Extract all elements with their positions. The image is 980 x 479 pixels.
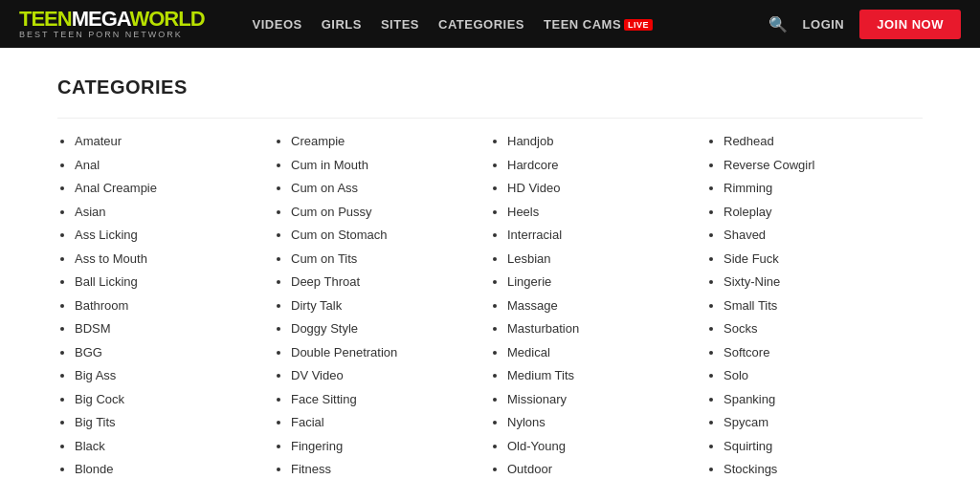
nav-girls[interactable]: GIRLS — [322, 17, 362, 32]
nav-categories[interactable]: CATEGORIES — [438, 17, 524, 32]
category-link[interactable]: Big Cock — [75, 392, 124, 406]
category-link[interactable]: Face Sitting — [291, 392, 357, 406]
category-link[interactable]: Lingerie — [507, 274, 551, 289]
category-link[interactable]: Interracial — [507, 228, 562, 242]
nav-teen-cams[interactable]: TEEN CAMSLIVE — [544, 17, 653, 32]
category-link[interactable]: Roleplay — [724, 205, 772, 219]
category-link[interactable]: HD Video — [507, 181, 560, 195]
category-link[interactable]: Bathroom — [75, 298, 128, 313]
list-item: Creampie — [291, 132, 490, 151]
category-link[interactable]: Cum on Tits — [291, 251, 357, 266]
category-link[interactable]: BDSM — [75, 321, 111, 336]
category-column-3: RedheadReverse CowgirlRimmingRoleplaySha… — [706, 132, 923, 479]
nav-sites[interactable]: SITES — [381, 17, 419, 32]
search-icon[interactable]: 🔍 — [768, 15, 788, 33]
login-button[interactable]: LOGIN — [803, 17, 845, 32]
list-item: Missionary — [507, 390, 706, 409]
category-column-1: CreampieCum in MouthCum on AssCum on Pus… — [274, 132, 490, 479]
category-link[interactable]: Stockings — [724, 462, 777, 476]
list-item: Asian — [75, 203, 274, 222]
category-link[interactable]: Squirting — [724, 439, 772, 453]
list-item: Lingerie — [507, 272, 706, 292]
category-link[interactable]: Shaved — [724, 228, 766, 242]
category-link[interactable]: Dirty Talk — [291, 298, 342, 313]
list-item: Spanking — [724, 390, 923, 409]
list-item: Medical — [507, 343, 706, 362]
category-link[interactable]: Softcore — [724, 345, 769, 359]
list-item: Blonde — [75, 460, 274, 479]
category-link[interactable]: Masturbation — [507, 321, 579, 336]
list-item: HD Video — [507, 179, 706, 198]
category-link[interactable]: Old-Young — [507, 439, 566, 453]
category-column-0: AmateurAnalAnal CreampieAsianAss Licking… — [57, 132, 274, 479]
category-link[interactable]: Rimming — [724, 181, 772, 195]
category-link[interactable]: Anal — [75, 158, 100, 172]
category-link[interactable]: Cum in Mouth — [291, 158, 368, 172]
join-button[interactable]: JOIN NOW — [859, 10, 961, 39]
category-link[interactable]: DV Video — [291, 368, 344, 382]
category-link[interactable]: Blonde — [75, 462, 113, 476]
category-link[interactable]: Lesbian — [507, 251, 551, 266]
category-link[interactable]: Outdoor — [507, 462, 552, 476]
category-link[interactable]: BGG — [75, 345, 102, 359]
category-link[interactable]: Anal Creampie — [75, 181, 157, 195]
category-link[interactable]: Ass to Mouth — [75, 251, 147, 266]
category-link[interactable]: Big Ass — [75, 368, 116, 382]
category-link[interactable]: Solo — [724, 368, 748, 382]
main-content: CATEGORIES AmateurAnalAnal CreampieAsian… — [0, 48, 980, 479]
list-item: Ball Licking — [75, 272, 274, 292]
category-link[interactable]: Fingering — [291, 439, 343, 453]
category-link[interactable]: Socks — [724, 321, 757, 336]
list-item: Rimming — [724, 179, 923, 198]
category-link[interactable]: Creampie — [291, 134, 345, 148]
category-link[interactable]: Heels — [507, 205, 539, 219]
category-link[interactable]: Handjob — [507, 134, 553, 148]
list-item: Squirting — [724, 437, 923, 456]
category-link[interactable]: Reverse Cowgirl — [724, 158, 814, 172]
category-column-2: HandjobHardcoreHD VideoHeelsInterracialL… — [490, 132, 706, 479]
list-item: Small Tits — [724, 296, 923, 316]
category-link[interactable]: Amateur — [75, 134, 122, 148]
logo: TEENMEGAWORLD Best Teen Porn Network — [19, 8, 205, 40]
category-link[interactable]: Ball Licking — [75, 274, 138, 289]
category-link[interactable]: Facial — [291, 415, 324, 429]
category-link[interactable]: Missionary — [507, 392, 567, 406]
category-link[interactable]: Spycam — [724, 415, 768, 429]
list-item: BGG — [75, 343, 274, 362]
category-link[interactable]: Asian — [75, 205, 106, 219]
category-link[interactable]: Deep Throat — [291, 274, 360, 289]
list-item: Interracial — [507, 226, 706, 245]
categories-grid: AmateurAnalAnal CreampieAsianAss Licking… — [57, 118, 923, 479]
category-link[interactable]: Nylons — [507, 415, 546, 429]
list-item: Anal — [75, 156, 274, 175]
category-link[interactable]: Fitness — [291, 462, 331, 476]
category-link[interactable]: Ass Licking — [75, 228, 138, 242]
category-link[interactable]: Medium Tits — [507, 368, 574, 382]
logo-teen: TEEN — [19, 7, 72, 31]
category-link[interactable]: Hardcore — [507, 158, 558, 172]
list-item: Reverse Cowgirl — [724, 156, 923, 175]
list-item: Big Ass — [75, 366, 274, 385]
category-link[interactable]: Spanking — [724, 392, 775, 406]
category-link[interactable]: Side Fuck — [724, 251, 779, 266]
category-link[interactable]: Black — [75, 439, 105, 453]
category-link[interactable]: Cum on Ass — [291, 181, 358, 195]
category-link[interactable]: Double Penetration — [291, 345, 397, 359]
category-link[interactable]: Doggy Style — [291, 321, 358, 336]
list-item: Facial — [291, 413, 490, 432]
list-item: Stockings — [724, 460, 923, 479]
nav-videos[interactable]: VIDEOS — [253, 17, 302, 32]
category-link[interactable]: Massage — [507, 298, 558, 313]
category-link[interactable]: Medical — [507, 345, 550, 359]
nav-links: VIDEOS GIRLS SITES CATEGORIES TEEN CAMSL… — [253, 17, 654, 32]
category-link[interactable]: Small Tits — [724, 298, 777, 313]
category-link[interactable]: Cum on Stomach — [291, 228, 387, 242]
category-link[interactable]: Sixty-Nine — [724, 274, 780, 289]
list-item: Side Fuck — [724, 250, 923, 269]
list-item: Softcore — [724, 343, 923, 362]
list-item: Big Cock — [75, 390, 274, 409]
category-link[interactable]: Redhead — [724, 134, 774, 148]
category-link[interactable]: Cum on Pussy — [291, 205, 372, 219]
list-item: Heels — [507, 203, 706, 222]
category-link[interactable]: Big Tits — [75, 415, 116, 429]
